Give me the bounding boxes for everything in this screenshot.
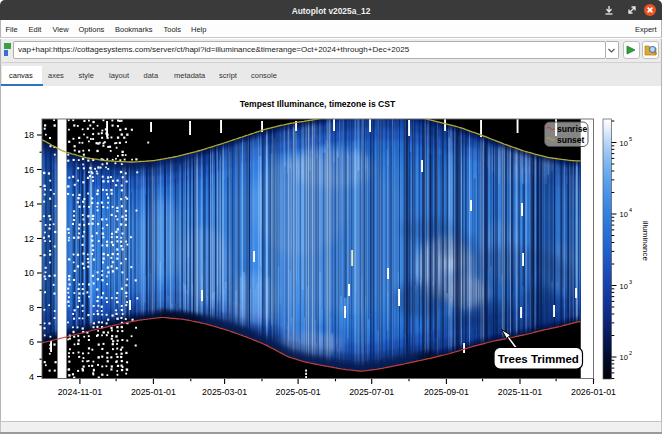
svg-text:2025-03-01: 2025-03-01 (202, 387, 247, 397)
svg-text:6: 6 (29, 337, 34, 347)
svg-text:sunrise: sunrise (557, 124, 588, 134)
svg-text:2025-01-01: 2025-01-01 (131, 387, 176, 397)
svg-text:Tempest Illuminance, timezone: Tempest Illuminance, timezone is CST (240, 99, 396, 109)
svg-text:10: 10 (620, 282, 628, 291)
svg-text:10: 10 (620, 353, 628, 362)
svg-text:sunset: sunset (557, 135, 585, 145)
svg-text:2025-09-01: 2025-09-01 (424, 387, 469, 397)
svg-text:3: 3 (629, 279, 632, 285)
svg-text:10: 10 (620, 210, 628, 219)
svg-text:2026-01-01: 2026-01-01 (571, 387, 616, 397)
svg-text:5: 5 (629, 136, 632, 142)
svg-text:4: 4 (629, 207, 632, 213)
svg-text:16: 16 (24, 165, 34, 175)
svg-text:2: 2 (629, 350, 632, 356)
svg-text:4: 4 (29, 372, 34, 382)
svg-text:8: 8 (29, 303, 34, 313)
svg-text:12: 12 (24, 234, 34, 244)
svg-text:2025-11-01: 2025-11-01 (498, 387, 542, 397)
svg-text:10: 10 (24, 268, 34, 278)
svg-text:10: 10 (620, 139, 628, 148)
svg-text:illuminance: illuminance (641, 221, 650, 262)
svg-text:2025-07-01: 2025-07-01 (349, 387, 394, 397)
svg-text:2025-05-01: 2025-05-01 (276, 387, 321, 397)
svg-text:14: 14 (24, 199, 34, 209)
svg-text:18: 18 (24, 130, 34, 140)
svg-text:2024-11-01: 2024-11-01 (58, 387, 102, 397)
svg-text:Trees Trimmed: Trees Trimmed (498, 353, 579, 365)
